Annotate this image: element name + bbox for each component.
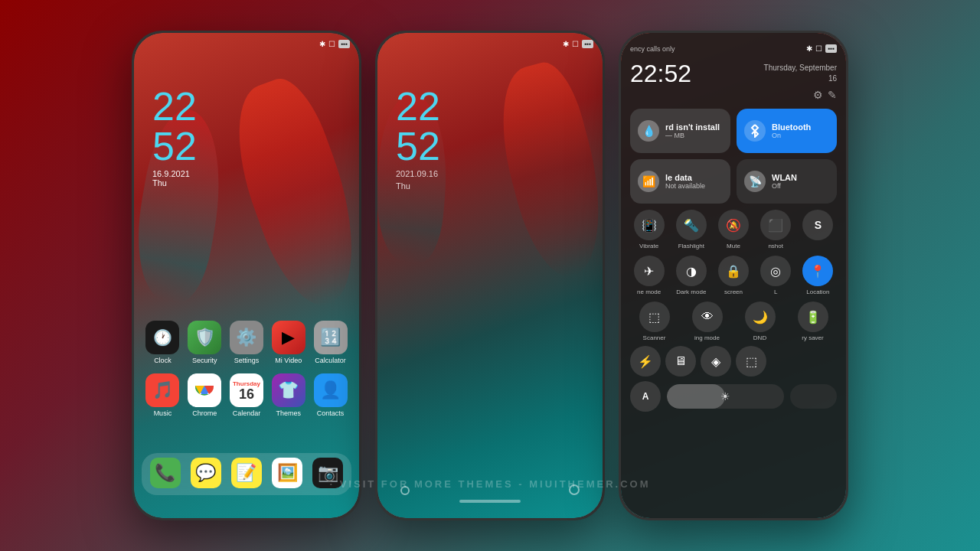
music-icon: 🎵: [145, 373, 179, 407]
scanner-btn: ⬚: [639, 302, 670, 332]
app-mivideo[interactable]: ▶ Mi Video: [269, 321, 309, 364]
dock-photos[interactable]: 🖼️: [267, 458, 307, 491]
cc-edit-link[interactable]: ✎: [828, 89, 837, 101]
clock-label: Clock: [154, 357, 172, 364]
cc-cast-btn[interactable]: ⬚: [736, 346, 766, 377]
settings-icon: ⚙️: [230, 321, 263, 354]
clock-hours-2: 22: [396, 86, 440, 126]
calendar-icon: Thursday 16: [230, 373, 263, 407]
cc-date-line1: Thursday, September: [764, 63, 837, 73]
cc-quick-icons: ⚙ ✎: [813, 89, 837, 101]
cc-quick-row-2: ✈ ne mode ◑ Dark mode 🔒 screen ◎ L: [630, 256, 837, 295]
app-chrome[interactable]: Chrome: [185, 373, 224, 417]
cc-flashlight[interactable]: 🔦 Flashlight: [672, 210, 710, 249]
app-contacts[interactable]: 👤 Contacts: [311, 373, 351, 417]
vibrate-label: Vibrate: [639, 243, 658, 249]
battery-icon: ▪▪▪: [338, 40, 350, 48]
dnd-btn: 🌙: [745, 302, 776, 332]
l-btn: ◎: [760, 256, 791, 286]
cc-scanner[interactable]: ⬚ Scanner: [630, 302, 678, 341]
cc-mobile-data-title: rd isn't install: [665, 122, 720, 132]
app-themes[interactable]: 👕 Themes: [269, 373, 309, 417]
cc-screen-btn[interactable]: 🖥: [665, 346, 696, 377]
cc-l[interactable]: ◎ L: [757, 256, 795, 295]
cc-tile-wlan[interactable]: 📡 WLAN Off: [737, 159, 837, 204]
calc-label: Calculator: [315, 357, 346, 364]
cc-tile-bluetooth[interactable]: Bluetooth On: [737, 109, 837, 153]
photos-icon: 🖼️: [272, 458, 302, 488]
cc-color-btn[interactable]: ◈: [701, 346, 731, 377]
cc-font-btn[interactable]: A: [630, 381, 661, 412]
clock-widget-1: 22 52 16.9.2021 Thu: [152, 86, 197, 187]
clock-date-1: 16.9.2021: [152, 169, 197, 178]
cc-airplane[interactable]: ✈ ne mode: [630, 256, 668, 295]
cc-calls-only: ency calls only: [630, 45, 675, 53]
mivideo-label: Mi Video: [275, 357, 302, 364]
s-btn: S: [802, 210, 833, 240]
batsaver-label: ry saver: [802, 334, 823, 341]
contacts-label: Contacts: [317, 409, 345, 417]
cc-vibrate[interactable]: 📳 Vibrate: [630, 210, 668, 249]
app-music[interactable]: 🎵 Music: [142, 373, 182, 417]
cc-mute[interactable]: 🔕 Mute: [714, 210, 752, 249]
cc-date-line2: 16: [764, 73, 837, 84]
cc-batsaver[interactable]: 🔋 ry saver: [789, 302, 837, 341]
mivideo-icon: ▶: [272, 321, 305, 354]
calendar-label: Calendar: [233, 409, 261, 417]
phone-3: ency calls only ✱ ☐ ▪▪▪ 22:52 Thursday, …: [619, 31, 848, 520]
dock-1: 📞 💬 📝 🖼️ 📷: [142, 453, 351, 495]
cc-brightness-fill: [667, 384, 725, 409]
app-calculator[interactable]: 🔢 Calculator: [311, 321, 351, 364]
cc-wlan-text: WLAN Off: [772, 173, 797, 190]
cc-data-sub: Not available: [665, 182, 705, 190]
dnd-label: DND: [753, 334, 766, 341]
messages-icon: 💬: [191, 458, 221, 488]
cc-s[interactable]: S: [799, 210, 837, 249]
app-row-1: 🕐 Clock 🛡️ Security ⚙️ Settings ▶ Mi Vid…: [142, 321, 351, 364]
clock-day-1: Thu: [152, 178, 197, 187]
cc-screenshot[interactable]: ⬛ nshot: [757, 210, 795, 249]
chrome-label: Chrome: [192, 409, 217, 417]
batsaver-btn: 🔋: [798, 302, 828, 332]
app-clock[interactable]: 🕐 Clock: [142, 321, 182, 364]
status-bar-1: ✱ ☐ ▪▪▪: [134, 33, 359, 54]
dock-messages[interactable]: 💬: [186, 458, 226, 491]
dock-notes[interactable]: 📝: [227, 458, 266, 491]
cc-tile-mobile-data[interactable]: 💧 rd isn't install — MB: [630, 109, 730, 153]
app-security[interactable]: 🛡️ Security: [185, 321, 224, 364]
cc-brightness-slider[interactable]: ☀: [667, 384, 784, 409]
lockscreen-btn: 🔒: [718, 256, 749, 286]
bluetooth-icon-2: ✱: [563, 40, 569, 48]
cc-water-icon: 💧: [638, 120, 659, 142]
cc-wlan-icon: 📡: [744, 171, 766, 192]
cc-tile-data[interactable]: 📶 le data Not available: [630, 159, 730, 204]
calc-icon: 🔢: [314, 321, 348, 354]
battery-icon-2: ▪▪▪: [582, 40, 593, 48]
cc-wlan-sub: Off: [772, 182, 797, 190]
cc-quick-row-1: 📳 Vibrate 🔦 Flashlight 🔕 Mute ⬛ nshot: [630, 210, 837, 249]
cc-power-btn[interactable]: ⚡: [630, 346, 661, 377]
cc-reading[interactable]: 👁 ing mode: [683, 302, 731, 341]
l-label: L: [774, 289, 777, 295]
watermark: · VISIT FOR MORE THEMES - MIUITHEMER.COM: [330, 478, 651, 490]
cc-extra-slider: [790, 384, 837, 409]
cc-darkmode[interactable]: ◑ Dark mode: [672, 256, 710, 295]
security-label: Security: [192, 357, 217, 364]
cc-dnd[interactable]: 🌙 DND: [736, 302, 784, 341]
cc-data-icon: 📶: [638, 171, 659, 192]
cc-lockscreen[interactable]: 🔒 screen: [714, 256, 752, 295]
status-icons-1: ✱ ☐ ▪▪▪: [319, 40, 350, 48]
location-label: Location: [806, 289, 829, 295]
reading-btn: 👁: [692, 302, 723, 332]
app-calendar[interactable]: Thursday 16 Calendar: [227, 373, 266, 417]
cc-location[interactable]: 📍 Location: [799, 256, 837, 295]
clock-hours-1: 22: [152, 86, 197, 126]
app-settings[interactable]: ⚙️ Settings: [227, 321, 266, 364]
cc-mobile-data-text: rd isn't install — MB: [665, 122, 720, 139]
cc-settings-link[interactable]: ⚙: [813, 89, 823, 101]
app-row-2: 🎵 Music Chro: [142, 373, 351, 417]
dock-phone[interactable]: 📞: [145, 458, 185, 491]
themes-label: Themes: [276, 409, 302, 417]
cc-status-bar: ency calls only ✱ ☐ ▪▪▪: [630, 41, 837, 57]
cc-tiles-row-2: 📶 le data Not available 📡 WLAN Off: [630, 159, 837, 204]
